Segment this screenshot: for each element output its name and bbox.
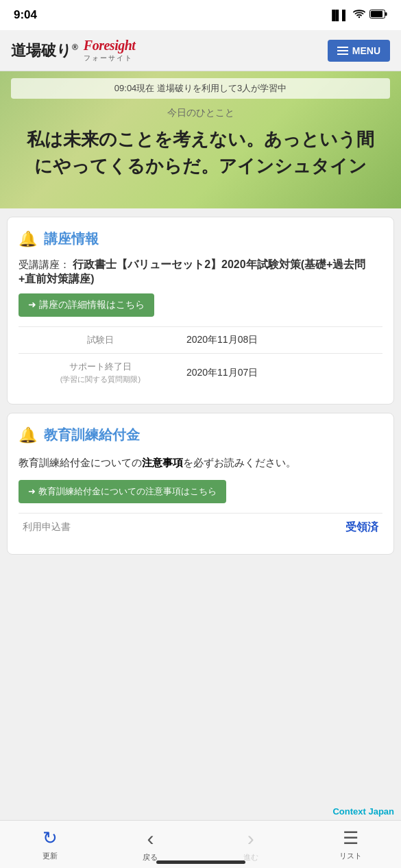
home-indicator bbox=[156, 860, 245, 864]
edu-link-button[interactable]: 教育訓練給付金についての注意事項はこちら bbox=[19, 480, 226, 503]
course-detail-button[interactable]: 講座の詳細情報はこちら bbox=[19, 293, 154, 317]
refresh-icon: ↻ bbox=[42, 828, 58, 849]
edu-grant-section: 🔔 教育訓練給付金 教育訓練給付金についての注意事項を必ずお読みください。 教育… bbox=[7, 413, 394, 555]
nav-refresh-label: 更新 bbox=[42, 851, 58, 861]
menu-button[interactable]: MENU bbox=[328, 40, 390, 62]
menu-label: MENU bbox=[352, 45, 380, 56]
status-time: 9:04 bbox=[14, 8, 37, 22]
edu-section-header: 🔔 教育訓練給付金 bbox=[19, 426, 382, 444]
nav-list[interactable]: ☰ リスト bbox=[330, 828, 372, 861]
course-section-title: 講座情報 bbox=[44, 230, 99, 248]
nav-forward[interactable]: › 進む bbox=[230, 827, 271, 863]
course-label: 受講講座： 行政書士【バリューセット2】2020年試験対策(基礎+過去問+直前対… bbox=[19, 258, 382, 287]
nav-back[interactable]: ‹ 戻る bbox=[130, 827, 171, 863]
exam-date-label: 試験日 bbox=[19, 327, 182, 354]
menu-icon bbox=[337, 47, 348, 55]
nav-forward-label: 進む bbox=[243, 852, 258, 863]
support-end-label: サポート終了日 (学習に関する質問期限) bbox=[19, 354, 182, 392]
status-icons: ▐▌▌ bbox=[328, 10, 387, 21]
battery-icon bbox=[369, 10, 387, 21]
foresight-sub-label: フォーサイト bbox=[84, 53, 133, 63]
wifi-icon bbox=[353, 10, 365, 21]
application-status: 受領済 bbox=[345, 520, 378, 535]
support-end-sub: (学習に関する質問期限) bbox=[23, 374, 178, 385]
banner-section: 09:04現在 道場破りを利用して3人が学習中 今日のひとこと 私は未来のことを… bbox=[0, 71, 401, 208]
svg-rect-2 bbox=[371, 11, 382, 17]
edu-desc-bold: 注意事項 bbox=[142, 457, 183, 468]
foresight-logo-text: Foresight bbox=[84, 38, 136, 53]
signal-icon: ▐▌▌ bbox=[328, 10, 349, 21]
banner-quote: 私は未来のことを考えない。あっという間にやってくるからだ。アインシュタイン bbox=[11, 126, 390, 180]
banner-subtitle: 今日のひとこと bbox=[11, 107, 390, 119]
bell-icon-edu: 🔔 bbox=[19, 426, 37, 444]
course-info-section: 🔔 講座情報 受講講座： 行政書士【バリューセット2】2020年試験対策(基礎+… bbox=[7, 217, 394, 405]
banner-notice: 09:04現在 道場破りを利用して3人が学習中 bbox=[11, 78, 390, 99]
logo-foresight: Foresight フォーサイト bbox=[84, 38, 136, 63]
back-icon: ‹ bbox=[147, 827, 154, 850]
support-end-value: 2020年11月07日 bbox=[182, 354, 382, 392]
edu-description: 教育訓練給付金についての注意事項を必ずお読みください。 bbox=[19, 454, 382, 472]
support-end-row: サポート終了日 (学習に関する質問期限) 2020年11月07日 bbox=[19, 354, 382, 392]
svg-rect-1 bbox=[385, 12, 387, 16]
exam-date-value: 2020年11月08日 bbox=[182, 327, 382, 354]
header-logo: 道場破り® Foresight フォーサイト bbox=[11, 38, 135, 63]
status-bar: 9:04 ▐▌▌ bbox=[0, 0, 401, 30]
nav-refresh[interactable]: ↻ 更新 bbox=[29, 828, 71, 861]
application-label: 利用申込書 bbox=[23, 521, 71, 533]
list-icon: ☰ bbox=[343, 828, 359, 849]
nav-list-label: リスト bbox=[339, 851, 362, 861]
exam-date-row: 試験日 2020年11月08日 bbox=[19, 327, 382, 354]
edu-section-title: 教育訓練給付金 bbox=[44, 426, 140, 444]
forward-icon: › bbox=[247, 827, 254, 850]
watermark: Context Japan bbox=[332, 806, 394, 817]
logo-dojo: 道場破り® bbox=[11, 40, 78, 61]
course-info-table: 試験日 2020年11月08日 サポート終了日 (学習に関する質問期限) 202… bbox=[19, 326, 382, 391]
application-status-row: 利用申込書 受領済 bbox=[19, 513, 382, 542]
header: 道場破り® Foresight フォーサイト MENU bbox=[0, 30, 401, 71]
course-name: 行政書士【バリューセット2】2020年試験対策(基礎+過去問+直前対策講座) bbox=[19, 258, 365, 285]
course-section-header: 🔔 講座情報 bbox=[19, 230, 382, 248]
bell-icon: 🔔 bbox=[19, 230, 37, 248]
